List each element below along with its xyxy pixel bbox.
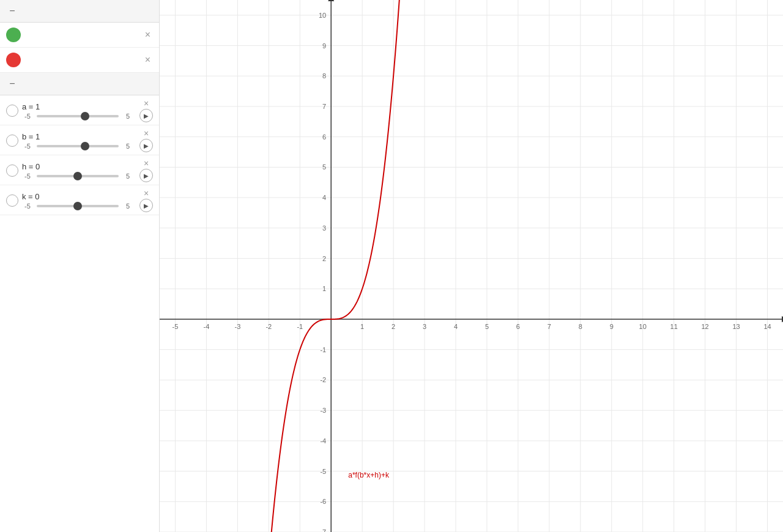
svg-text:-3: -3 <box>234 323 240 330</box>
svg-text:-6: -6 <box>320 498 326 505</box>
slider-label-b: b = 1 <box>22 132 40 141</box>
svg-text:3: 3 <box>322 224 326 232</box>
svg-text:12: 12 <box>702 323 709 330</box>
svg-text:-4: -4 <box>204 323 210 330</box>
svg-text:4: 4 <box>454 323 458 330</box>
play-b-button[interactable]: ▶ <box>139 139 153 152</box>
svg-text:a*f(b*x+h)+k: a*f(b*x+h)+k <box>348 471 390 479</box>
slider-toggle-b[interactable] <box>6 135 18 147</box>
remove-function-g-button[interactable]: × <box>143 53 153 67</box>
slider-inner-a: a = 1 -5 5 <box>22 102 133 120</box>
svg-text:-1: -1 <box>297 323 303 330</box>
slider-label-k: k = 0 <box>22 192 40 201</box>
remove-k-button[interactable]: × <box>144 189 149 198</box>
slider-row-b: b = 1 -5 5 × ▶ <box>0 125 159 155</box>
svg-text:-5: -5 <box>173 323 179 330</box>
slider-min-k: -5 <box>22 202 33 210</box>
svg-text:-1: -1 <box>320 346 326 353</box>
number-section-header: − <box>0 73 159 95</box>
slider-input-b[interactable] <box>37 145 119 147</box>
sidebar: − × × − a = 1 -5 5 × ▶ <box>0 0 160 532</box>
svg-text:9: 9 <box>610 323 614 330</box>
slider-toggle-k[interactable] <box>6 194 18 207</box>
svg-marker-39 <box>328 0 334 1</box>
play-h-button[interactable]: ▶ <box>139 169 153 182</box>
slider-row-k: k = 0 -5 5 × ▶ <box>0 185 159 215</box>
slider-input-h[interactable] <box>37 175 119 177</box>
svg-text:11: 11 <box>670 323 678 330</box>
function-section-header: − <box>0 0 159 23</box>
slider-toggle-a[interactable] <box>6 105 18 117</box>
slider-inner-b: b = 1 -5 5 <box>22 132 133 150</box>
svg-text:7: 7 <box>322 103 326 110</box>
slider-actions-k: × ▶ <box>139 189 153 212</box>
slider-input-a[interactable] <box>37 115 119 117</box>
svg-text:1: 1 <box>322 285 326 292</box>
slider-actions-b: × ▶ <box>139 129 153 152</box>
svg-text:1: 1 <box>360 323 364 330</box>
play-a-button[interactable]: ▶ <box>139 109 153 122</box>
svg-text:5: 5 <box>322 163 326 171</box>
svg-text:6: 6 <box>516 323 520 330</box>
svg-text:8: 8 <box>322 72 326 79</box>
slider-input-k[interactable] <box>37 205 119 207</box>
slider-label-h: h = 0 <box>22 162 40 171</box>
svg-text:-5: -5 <box>320 468 326 475</box>
slider-inner-h: h = 0 -5 5 <box>22 162 133 180</box>
svg-text:9: 9 <box>322 42 326 50</box>
svg-text:-7: -7 <box>320 528 326 532</box>
svg-text:3: 3 <box>423 323 426 330</box>
svg-text:2: 2 <box>392 323 395 330</box>
slider-max-k: 5 <box>122 202 133 210</box>
svg-text:13: 13 <box>732 323 740 330</box>
slider-row-a: a = 1 -5 5 × ▶ <box>0 95 159 125</box>
slider-toggle-h[interactable] <box>6 164 18 177</box>
slider-min-h: -5 <box>22 172 33 180</box>
remove-function-f-button[interactable]: × <box>143 28 153 42</box>
remove-a-button[interactable]: × <box>144 99 149 108</box>
slider-actions-a: × ▶ <box>139 99 153 122</box>
svg-text:-3: -3 <box>320 407 326 414</box>
svg-text:-4: -4 <box>320 437 326 445</box>
play-k-button[interactable]: ▶ <box>139 199 153 212</box>
function-row-f: × <box>0 23 159 48</box>
svg-text:5: 5 <box>485 323 489 330</box>
graph-area[interactable]: -5-4-3-2-11234567891011121314-7-6-5-4-3-… <box>160 0 783 532</box>
function-collapse-icon[interactable]: − <box>7 6 17 16</box>
svg-text:-2: -2 <box>265 323 272 330</box>
remove-b-button[interactable]: × <box>144 129 149 138</box>
function-color-f[interactable] <box>6 28 21 42</box>
slider-max-h: 5 <box>122 172 133 180</box>
svg-text:8: 8 <box>579 323 582 330</box>
slider-max-a: 5 <box>122 113 133 120</box>
svg-text:7: 7 <box>547 323 551 330</box>
svg-text:-2: -2 <box>320 376 326 383</box>
svg-text:2: 2 <box>322 255 326 262</box>
svg-text:4: 4 <box>322 194 326 201</box>
slider-min-b: -5 <box>22 142 33 150</box>
svg-text:14: 14 <box>763 323 771 330</box>
remove-h-button[interactable]: × <box>144 159 149 168</box>
slider-min-a: -5 <box>22 113 33 120</box>
function-row-g: × <box>0 48 159 73</box>
svg-text:10: 10 <box>639 323 647 330</box>
slider-max-b: 5 <box>122 142 133 150</box>
number-collapse-icon[interactable]: − <box>7 79 17 89</box>
graph-svg: -5-4-3-2-11234567891011121314-7-6-5-4-3-… <box>160 0 783 532</box>
slider-label-a: a = 1 <box>22 102 40 111</box>
slider-inner-k: k = 0 -5 5 <box>22 192 133 210</box>
svg-text:6: 6 <box>322 133 326 141</box>
function-color-g[interactable] <box>6 53 21 67</box>
slider-actions-h: × ▶ <box>139 159 153 182</box>
svg-text:10: 10 <box>319 12 326 19</box>
slider-row-h: h = 0 -5 5 × ▶ <box>0 155 159 185</box>
